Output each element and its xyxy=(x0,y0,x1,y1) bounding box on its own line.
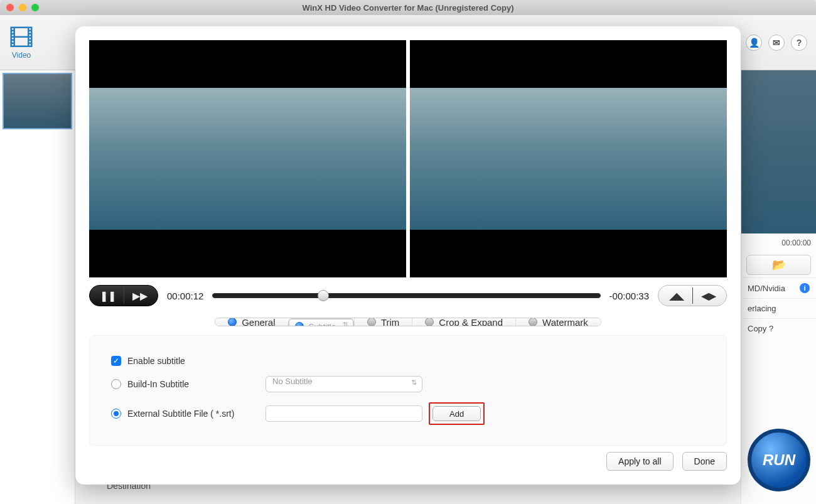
builtin-subtitle-radio[interactable] xyxy=(111,379,121,389)
radio-dot-icon xyxy=(228,318,237,326)
mail-icon: ✉ xyxy=(773,38,780,48)
help-icon: ? xyxy=(797,38,802,48)
add-subtitle-button[interactable]: Add xyxy=(432,406,481,421)
flip-vertical-button[interactable]: ◢◣ xyxy=(661,287,692,304)
seek-slider[interactable] xyxy=(212,293,600,298)
source-thumbnail[interactable] xyxy=(3,73,72,129)
browse-output-button[interactable]: 📂 xyxy=(746,255,811,275)
right-panel: 00:00:00 📂 MD/Nvidia i erlacing Copy ? R… xyxy=(741,70,816,504)
builtin-subtitle-row: Build-In Subtitle No Subtitle xyxy=(111,376,705,392)
tab-watermark[interactable]: Watermark xyxy=(515,318,601,326)
enable-subtitle-label: Enable subtitle xyxy=(127,356,185,366)
pause-icon: ❚❚ xyxy=(100,290,116,302)
external-subtitle-row: External Subtitle File ( *.srt) Add xyxy=(111,402,705,425)
user-button[interactable]: 👤 xyxy=(746,35,762,51)
preview-panes xyxy=(89,40,727,277)
elapsed-time: 00:00:12 xyxy=(167,291,203,301)
builtin-subtitle-label: Build-In Subtitle xyxy=(127,379,266,389)
folder-open-icon: 📂 xyxy=(772,258,786,272)
edit-dialog: ❚❚ ▶▶ 00:00:12 -00:00:33 ◢◣ ◀▶ General S… xyxy=(75,26,741,485)
window-title: WinX HD Video Converter for Mac (Unregis… xyxy=(0,3,816,13)
external-subtitle-path-field[interactable] xyxy=(266,405,422,422)
safecopy-option[interactable]: Copy ? xyxy=(741,318,816,338)
apply-to-all-button[interactable]: Apply to all xyxy=(606,452,673,471)
seek-knob[interactable] xyxy=(318,290,329,301)
film-plus-icon: 🎞 xyxy=(9,26,34,51)
info-icon[interactable]: i xyxy=(800,283,810,293)
external-subtitle-label: External Subtitle File ( *.srt) xyxy=(127,409,266,419)
deinterlace-option[interactable]: erlacing xyxy=(741,298,816,318)
tab-crop[interactable]: Crop & Expand xyxy=(412,318,515,326)
done-label: Done xyxy=(694,456,715,466)
mail-button[interactable]: ✉ xyxy=(768,35,785,51)
gpu-label: MD/Nvidia xyxy=(748,284,785,293)
tab-label: Trim xyxy=(381,318,399,326)
user-icon: 👤 xyxy=(749,38,760,48)
preview-time: 00:00:00 xyxy=(781,239,811,247)
remaining-time: -00:00:33 xyxy=(609,291,649,301)
enable-subtitle-checkbox[interactable]: ✓ xyxy=(111,356,121,366)
run-label: RUN xyxy=(763,451,795,469)
add-video-label: Video xyxy=(12,51,31,60)
enable-subtitle-row: ✓ Enable subtitle xyxy=(111,356,705,366)
tab-label: Crop & Expand xyxy=(439,318,503,326)
tab-trim[interactable]: Trim xyxy=(354,318,412,326)
add-button-highlight: Add xyxy=(429,402,485,425)
tab-label: Watermark xyxy=(542,318,588,326)
radio-dot-icon xyxy=(425,318,434,326)
tab-subtitle[interactable]: Subtitle xyxy=(288,318,354,326)
run-button[interactable]: RUN xyxy=(748,429,810,491)
pause-button[interactable]: ❚❚ xyxy=(92,287,124,304)
add-button-label: Add xyxy=(449,409,464,419)
flip-horizontal-button[interactable]: ◀▶ xyxy=(692,287,724,304)
external-subtitle-radio[interactable] xyxy=(111,409,121,419)
playback-controls: ❚❚ ▶▶ xyxy=(89,285,158,306)
gpu-option[interactable]: MD/Nvidia i xyxy=(741,277,816,298)
playback-row: ❚❚ ▶▶ 00:00:12 -00:00:33 ◢◣ ◀▶ xyxy=(89,285,727,306)
help-button[interactable]: ? xyxy=(791,35,807,51)
add-video-button[interactable]: 🎞 Video xyxy=(9,26,34,60)
tab-label: General xyxy=(242,318,275,326)
edit-tabs: General Subtitle Trim Crop & Expand Wate… xyxy=(215,318,601,326)
radio-dot-icon xyxy=(529,318,537,326)
preview-original xyxy=(89,40,406,277)
flip-vertical-icon: ◢◣ xyxy=(669,290,684,302)
done-button[interactable]: Done xyxy=(682,452,727,471)
tab-general[interactable]: General xyxy=(215,318,287,326)
preview-output xyxy=(410,40,727,277)
radio-dot-icon xyxy=(367,318,376,326)
builtin-subtitle-current: No Subtitle xyxy=(272,377,313,386)
fast-forward-icon: ▶▶ xyxy=(132,290,148,302)
preview-thumbnail xyxy=(741,70,816,233)
preview-time-row: 00:00:00 xyxy=(741,233,816,252)
builtin-subtitle-select[interactable]: No Subtitle xyxy=(266,376,422,392)
dialog-footer: Apply to all Done xyxy=(89,452,727,471)
deinterlace-label: erlacing xyxy=(748,304,776,313)
radio-dot-icon xyxy=(295,322,304,326)
tab-label: Subtitle xyxy=(309,322,336,327)
preview-original-frame xyxy=(89,88,406,230)
safecopy-label: Copy ? xyxy=(748,324,773,333)
apply-label: Apply to all xyxy=(618,456,661,466)
subtitle-form: ✓ Enable subtitle Build-In Subtitle No S… xyxy=(89,335,727,446)
source-list xyxy=(0,70,75,504)
fast-forward-button[interactable]: ▶▶ xyxy=(124,287,155,304)
window-titlebar: WinX HD Video Converter for Mac (Unregis… xyxy=(0,0,816,15)
flip-controls: ◢◣ ◀▶ xyxy=(658,285,727,306)
preview-output-frame xyxy=(410,88,727,230)
flip-horizontal-icon: ◀▶ xyxy=(701,290,716,302)
